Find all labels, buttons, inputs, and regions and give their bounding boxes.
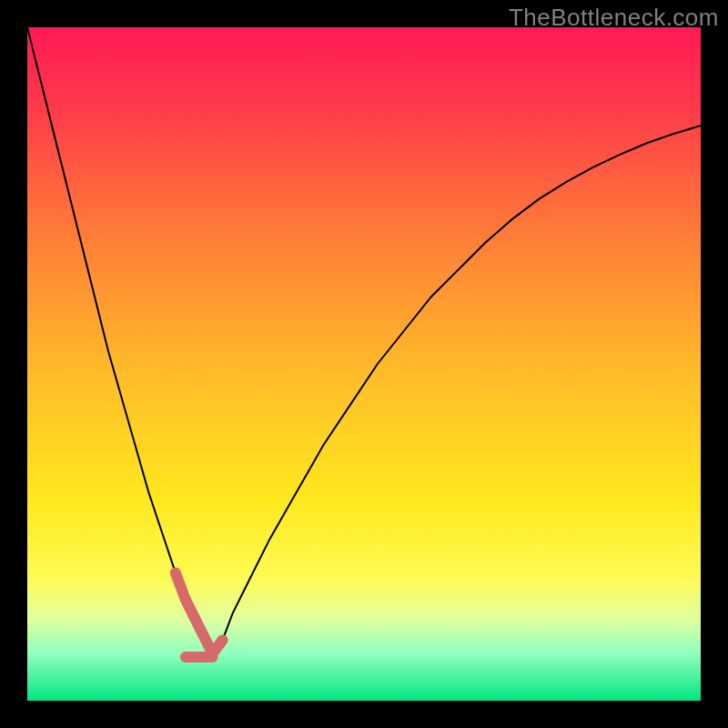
chart-svg — [27, 27, 701, 701]
bottleneck-chart — [27, 27, 701, 701]
gradient-background — [27, 27, 701, 701]
chart-frame: TheBottleneck.com — [0, 0, 728, 728]
